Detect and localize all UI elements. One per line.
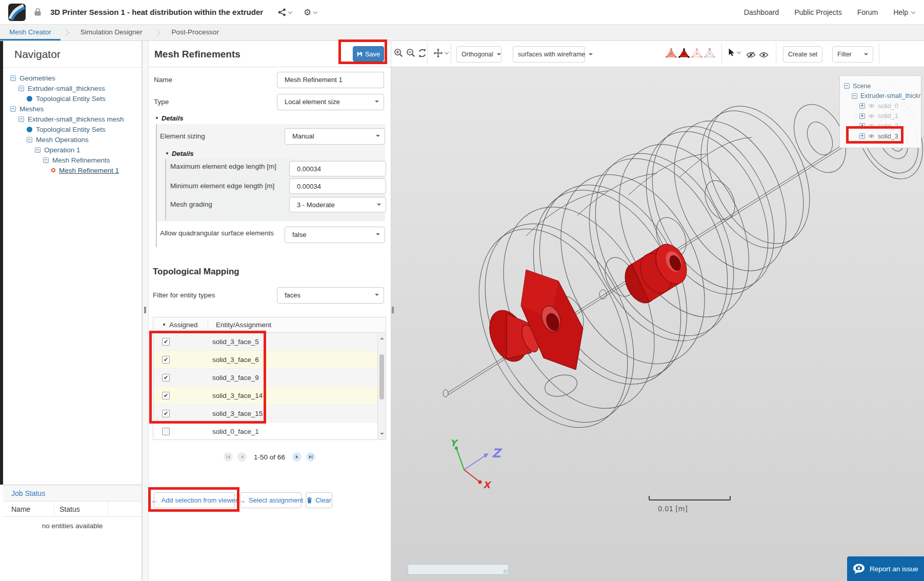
nav-node-extruder-small-thickness[interactable]: −Extruder-small_thickness: [3, 83, 142, 93]
report-an-issue-button[interactable]: Report an issue: [847, 556, 924, 581]
add-selection-from-viewer-button[interactable]: ←Add selection from viewer: [154, 492, 235, 508]
minus-expander-icon[interactable]: −: [43, 157, 49, 163]
entity-row-solid-0-face-1[interactable]: solid_0_face_1: [153, 423, 378, 439]
simscale-logo[interactable]: [8, 4, 26, 23]
resize-grip-icon[interactable]: [504, 570, 508, 574]
nav-node-topological-entity-sets[interactable]: Topological Entity Sets: [3, 93, 142, 104]
tab-post-processor[interactable]: Post-Processor: [163, 25, 228, 41]
selection-tool-button[interactable]: [728, 48, 740, 57]
nav-node-topological-entity-sets[interactable]: Topological Entity Sets: [3, 124, 142, 134]
table-scrollbar[interactable]: [377, 333, 386, 439]
scroll-up-icon[interactable]: [380, 335, 384, 339]
entity-row-solid-3-face-9[interactable]: ✔solid_3_face_9: [153, 369, 378, 387]
highlighted-faces[interactable]: [483, 239, 693, 370]
min-edge-input[interactable]: 0.00034: [289, 178, 386, 194]
pagination-first-button[interactable]: [224, 452, 233, 462]
visibility-eye-icon[interactable]: [868, 104, 875, 108]
nav-node-mesh-refinement-1[interactable]: Mesh Refinement 1: [3, 165, 142, 175]
minus-expander-icon[interactable]: −: [844, 83, 850, 89]
details2-section-header[interactable]: ▼Details: [165, 150, 194, 157]
share-button[interactable]: [278, 0, 292, 25]
minus-expander-icon[interactable]: −: [10, 106, 16, 112]
select-faces-mode-icon[interactable]: [678, 48, 690, 59]
topnav-public-projects[interactable]: Public Projects: [794, 8, 842, 16]
max-edge-input[interactable]: 0.00034: [289, 161, 386, 176]
entity-row-solid-3-face-5[interactable]: ✔solid_3_face_5: [153, 333, 378, 351]
element-sizing-select[interactable]: Manual: [285, 128, 385, 145]
minus-expander-icon[interactable]: −: [27, 137, 32, 143]
create-set-button[interactable]: Create set: [783, 46, 822, 63]
viewer-annotation-input[interactable]: [408, 564, 509, 575]
select-assignment-button[interactable]: →Select assignment: [240, 492, 302, 508]
assigned-checkbox[interactable]: ✔: [162, 374, 170, 382]
scene-node-solid-2[interactable]: +solid_2: [840, 121, 921, 131]
projection-select[interactable]: Orthogonal: [456, 46, 501, 63]
pan-button[interactable]: [433, 48, 448, 58]
render-mode-select[interactable]: surfaces with wireframe: [513, 46, 585, 63]
assigned-checkbox[interactable]: ✔: [162, 392, 170, 399]
visibility-eye-icon[interactable]: [868, 114, 875, 118]
topnav-help[interactable]: Help: [893, 8, 915, 16]
assigned-checkbox[interactable]: ✔: [162, 410, 170, 417]
nav-node-extruder-small-thickness-mesh[interactable]: −Extruder-small_thickness mesh: [3, 114, 142, 124]
nav-node-meshes[interactable]: −Meshes: [3, 104, 142, 114]
save-button[interactable]: Save: [353, 46, 384, 62]
type-select[interactable]: Local element size: [277, 94, 384, 110]
tab-mesh-creator[interactable]: Mesh Creator: [0, 25, 61, 41]
clear-button[interactable]: Clear: [306, 492, 332, 508]
assigned-column-header[interactable]: ▼Assigned: [153, 317, 208, 332]
minus-expander-icon[interactable]: −: [10, 75, 16, 81]
entity-row-solid-3-face-14[interactable]: ✔solid_3_face_14: [153, 387, 378, 405]
scroll-down-icon[interactable]: [380, 433, 384, 437]
assigned-checkbox[interactable]: ✔: [162, 338, 170, 346]
pagination-prev-button[interactable]: [237, 452, 247, 462]
scene-node-extruder-small-thickness-m[interactable]: −Extruder-small_thickness m: [840, 91, 921, 101]
minus-expander-icon[interactable]: −: [18, 116, 24, 122]
plus-expander-icon[interactable]: +: [859, 133, 865, 139]
plus-expander-icon[interactable]: +: [859, 123, 865, 129]
topnav-dashboard[interactable]: Dashboard: [744, 8, 779, 16]
show-all-button[interactable]: [759, 51, 769, 60]
assigned-checkbox[interactable]: [162, 428, 170, 435]
select-volumes-mode-icon[interactable]: [665, 48, 677, 59]
splitter-grip[interactable]: [144, 307, 146, 313]
settings-button[interactable]: ⚙: [304, 0, 317, 25]
scene-node-scene[interactable]: −Scene: [840, 81, 921, 91]
details-section-header[interactable]: ▼Details: [155, 114, 184, 122]
nav-node-operation-1[interactable]: −Operation 1: [3, 145, 142, 155]
zoom-in-button[interactable]: [394, 48, 404, 60]
entity-row-solid-3-face-15[interactable]: ✔solid_3_face_15: [153, 405, 378, 423]
plus-expander-icon[interactable]: +: [859, 113, 865, 119]
nav-node-mesh-operations[interactable]: −Mesh Operations: [3, 134, 142, 145]
nav-node-geometries[interactable]: −Geometries: [3, 73, 142, 83]
pagination-next-button[interactable]: [292, 452, 302, 462]
entity-row-solid-3-face-6[interactable]: ✔solid_3_face_6: [153, 351, 378, 369]
select-nodes-mode-icon[interactable]: [704, 48, 716, 59]
quad-elements-select[interactable]: false: [285, 227, 385, 243]
zoom-out-button[interactable]: [406, 48, 416, 60]
reset-view-button[interactable]: [417, 48, 427, 60]
filter-button[interactable]: Filter: [832, 46, 873, 63]
entity-filter-select[interactable]: faces: [277, 287, 384, 304]
visibility-eye-icon[interactable]: [868, 124, 875, 128]
entity-column-header[interactable]: Entity/Assignment: [208, 317, 386, 332]
name-input[interactable]: Mesh Refinement 1: [277, 72, 384, 88]
mesh-grading-select[interactable]: 3 - Moderate: [289, 197, 386, 212]
minus-expander-icon[interactable]: −: [852, 93, 857, 99]
plus-expander-icon[interactable]: +: [859, 103, 865, 109]
minus-expander-icon[interactable]: −: [35, 147, 41, 153]
topnav-forum[interactable]: Forum: [857, 8, 878, 16]
splitter-grip[interactable]: [392, 307, 394, 313]
nav-node-mesh-refinements[interactable]: −Mesh Refinements: [3, 155, 142, 165]
scrollbar-thumb[interactable]: [379, 354, 384, 399]
assigned-checkbox[interactable]: ✔: [162, 356, 170, 364]
scene-node-solid-0[interactable]: +solid_0: [840, 101, 921, 111]
visibility-eye-icon[interactable]: [868, 134, 875, 138]
hide-selection-button[interactable]: [746, 51, 756, 60]
scene-node-solid-3[interactable]: +solid_3: [840, 131, 921, 141]
pagination-last-button[interactable]: [306, 452, 315, 462]
minus-expander-icon[interactable]: −: [18, 86, 24, 91]
select-edges-mode-icon[interactable]: [691, 48, 703, 59]
tab-simulation-designer[interactable]: Simulation Designer: [71, 25, 152, 41]
scene-node-solid-1[interactable]: +solid_1: [840, 111, 921, 121]
